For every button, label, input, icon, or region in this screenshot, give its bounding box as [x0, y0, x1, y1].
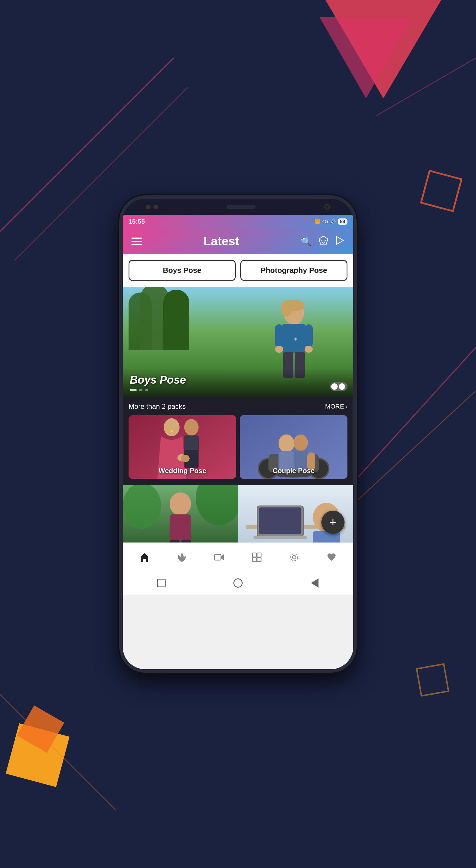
svg-point-24	[171, 430, 173, 432]
svg-rect-50	[259, 507, 301, 534]
main-content: Boys Pose Photography Pose	[123, 254, 353, 669]
camera-dot-2	[153, 205, 158, 209]
signal-icon: 📶	[315, 219, 321, 224]
featured-dots	[130, 389, 346, 391]
category-buttons: Boys Pose Photography Pose	[123, 254, 353, 287]
svg-point-62	[291, 554, 298, 561]
more-button[interactable]: MORE ›	[325, 403, 348, 410]
svg-line-5	[377, 58, 476, 116]
fab-plus-icon: +	[329, 516, 336, 529]
fire-icon	[177, 552, 187, 562]
status-time: 15:55	[128, 218, 145, 225]
nav-settings[interactable]	[289, 552, 299, 562]
menu-line-2	[131, 241, 142, 242]
nav-video[interactable]	[214, 552, 225, 562]
wedding-pose-label: Wedding Pose	[128, 467, 236, 475]
svg-rect-44	[170, 515, 191, 541]
more-packs-header: More than 2 packs MORE ›	[128, 402, 348, 410]
phone-wrapper: 15:55 📶 4G 🔊 88 Latest 🔍	[119, 195, 357, 673]
front-camera-group	[324, 204, 330, 210]
garden-svg	[123, 485, 238, 542]
bg-rect-orange2	[17, 705, 64, 753]
home-icon	[139, 552, 150, 562]
pose-grid: Wedding Pose	[128, 415, 348, 479]
couple-pose-label: Couple Pose	[240, 467, 348, 475]
svg-text:◈: ◈	[293, 336, 297, 341]
couple-pose-card[interactable]: Couple Pose	[240, 415, 348, 479]
svg-rect-51	[254, 536, 307, 539]
nav-collection[interactable]	[251, 552, 262, 562]
diamond-icon[interactable]	[319, 236, 328, 247]
svg-line-8	[321, 239, 323, 244]
status-bar: 15:55 📶 4G 🔊 88	[123, 215, 353, 228]
recent-apps-button[interactable]	[155, 577, 167, 589]
svg-rect-59	[252, 558, 257, 562]
bottom-nav	[123, 542, 353, 571]
bottom-card-left[interactable]	[123, 485, 238, 542]
settings-icon	[289, 552, 299, 562]
wedding-pose-card[interactable]: Wedding Pose	[128, 415, 236, 479]
featured-toggle[interactable]	[330, 382, 348, 391]
featured-label: Boys Pose	[130, 374, 346, 386]
heart-icon	[326, 552, 337, 562]
photography-pose-button[interactable]: Photography Pose	[240, 260, 348, 281]
app-header: Latest 🔍	[123, 228, 353, 254]
battery-indicator: 88	[337, 218, 348, 225]
bg-rect-orange	[6, 723, 69, 787]
nav-home[interactable]	[139, 552, 150, 562]
svg-rect-45	[170, 539, 180, 542]
svg-marker-54	[140, 553, 149, 562]
svg-marker-56	[221, 554, 224, 560]
app-title: Latest	[204, 235, 239, 248]
bottom-grid: +	[123, 485, 353, 542]
fab-add-button[interactable]: +	[321, 511, 345, 534]
camera-group	[146, 205, 158, 209]
svg-rect-57	[252, 553, 257, 557]
video-icon	[214, 552, 225, 562]
bg-rect-right2	[416, 663, 449, 697]
header-icons: 🔍	[301, 236, 345, 247]
svg-point-17	[275, 346, 283, 353]
triangle-icon	[311, 578, 319, 588]
collection-icon	[251, 552, 262, 562]
sound-icon: 🔊	[330, 219, 336, 224]
menu-button[interactable]	[131, 238, 142, 245]
svg-line-9	[323, 239, 326, 244]
toggle-dot-2	[339, 383, 345, 390]
phone-outer: 15:55 📶 4G 🔊 88 Latest 🔍	[119, 195, 357, 673]
power-button[interactable]	[353, 283, 355, 312]
svg-point-61	[292, 556, 296, 559]
bg-triangle-pink	[325, 0, 441, 98]
svg-rect-58	[257, 553, 261, 557]
dot-active	[130, 389, 137, 391]
play-store-icon[interactable]	[335, 236, 345, 247]
toggle-dot-1	[331, 383, 337, 390]
svg-rect-55	[214, 554, 221, 560]
nav-trending[interactable]	[177, 552, 187, 562]
square-icon	[157, 579, 166, 587]
svg-rect-27	[184, 435, 199, 450]
svg-rect-46	[181, 539, 191, 542]
search-icon[interactable]: 🔍	[301, 237, 311, 247]
more-packs-title: More than 2 packs	[128, 402, 186, 410]
svg-rect-15	[275, 324, 283, 347]
svg-marker-6	[319, 236, 328, 244]
nav-favorites[interactable]	[326, 552, 337, 562]
bg-triangle-pink2	[320, 18, 412, 98]
featured-card[interactable]: ◈ Boys Pose	[123, 287, 353, 397]
svg-point-23	[164, 418, 180, 436]
svg-point-18	[305, 346, 313, 353]
dot-2	[145, 389, 148, 391]
circle-icon	[233, 578, 243, 588]
speaker-grille	[227, 205, 256, 209]
home-button[interactable]	[232, 577, 244, 589]
back-button[interactable]	[309, 577, 321, 589]
boys-pose-button[interactable]: Boys Pose	[128, 260, 236, 281]
svg-marker-10	[336, 237, 344, 245]
status-icons: 📶 4G 🔊 88	[315, 218, 348, 225]
svg-point-37	[294, 435, 308, 451]
camera-dot	[146, 205, 151, 209]
svg-point-41	[123, 485, 161, 529]
svg-point-13	[281, 300, 292, 316]
network-type: 4G	[322, 219, 328, 224]
